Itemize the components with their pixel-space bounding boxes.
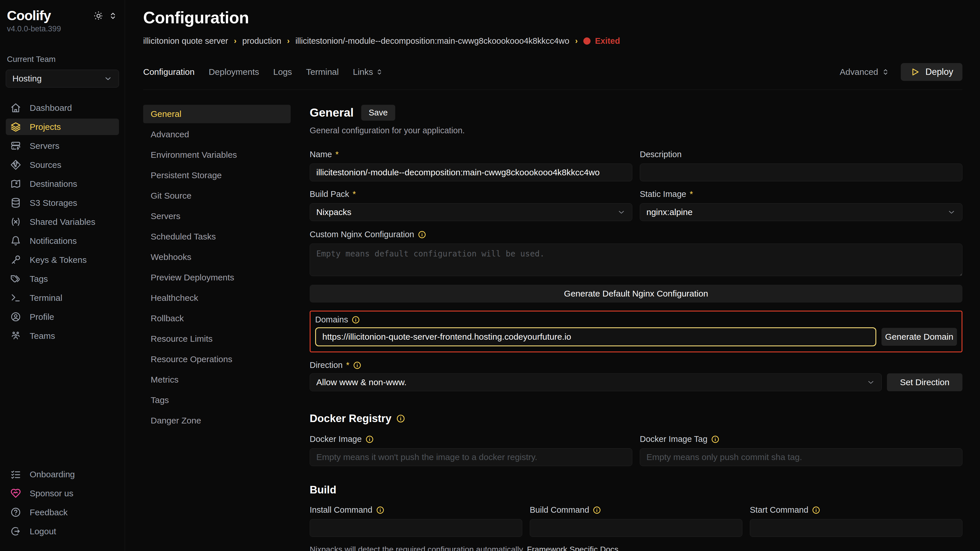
section-description: General configuration for your applicati… [310, 126, 963, 135]
users-icon [10, 330, 21, 341]
general-form: General Save General configuration for y… [310, 105, 963, 551]
info-icon [376, 506, 385, 514]
subnav-item-servers[interactable]: Servers [143, 207, 291, 225]
docker-image-tag-label: Docker Image Tag [640, 434, 963, 444]
domains-input[interactable] [315, 327, 876, 346]
subnav-item-general[interactable]: General [143, 105, 291, 123]
subnav-item-tags[interactable]: Tags [143, 391, 291, 410]
custom-nginx-textarea[interactable] [310, 243, 963, 276]
save-button[interactable]: Save [361, 105, 395, 121]
subnav-item-webhooks[interactable]: Webhooks [143, 248, 291, 266]
subnav-item-healthcheck[interactable]: Healthcheck [143, 289, 291, 307]
checklist-icon [10, 469, 21, 480]
sidebar-item-sources[interactable]: Sources [6, 157, 119, 173]
info-icon [396, 414, 405, 423]
sidebar-item-logout[interactable]: Logout [6, 523, 119, 540]
team-select[interactable]: Hosting [6, 70, 119, 87]
sidebar-item-feedback[interactable]: Feedback [6, 504, 119, 521]
sidebar-item-onboarding[interactable]: Onboarding [6, 466, 119, 483]
generate-domain-button[interactable]: Generate Domain [881, 328, 957, 346]
git-branch-icon [10, 159, 21, 170]
description-label: Description [640, 150, 963, 159]
home-icon [10, 103, 21, 113]
sidebar-item-destinations[interactable]: Destinations [6, 176, 119, 192]
sidebar-item-sponsor-us[interactable]: Sponsor us [6, 485, 119, 502]
servers-icon [10, 140, 21, 151]
sidebar-item-teams[interactable]: Teams [6, 328, 119, 344]
tab-configuration[interactable]: Configuration [143, 67, 194, 77]
tab-deployments[interactable]: Deployments [208, 67, 259, 77]
page-title: Configuration [143, 8, 963, 27]
sidebar-item-servers[interactable]: Servers [6, 138, 119, 154]
sidebar-item-s3-storages[interactable]: S3 Storages [6, 195, 119, 211]
sidebar-item-projects[interactable]: Projects [6, 119, 119, 135]
subnav-item-rollback[interactable]: Rollback [143, 309, 291, 328]
domains-label: Domains [315, 315, 957, 324]
breadcrumb-separator-icon: › [575, 37, 578, 46]
sidebar-collapse-icon[interactable] [108, 11, 118, 22]
sidebar-item-keys-tokens[interactable]: Keys & Tokens [6, 252, 119, 268]
theme-toggle-sun-icon[interactable] [94, 11, 103, 22]
status-text: Exited [595, 36, 620, 46]
map-icon [10, 178, 21, 189]
bell-icon [10, 235, 21, 246]
subnav-item-resource-limits[interactable]: Resource Limits [143, 330, 291, 348]
tab-terminal[interactable]: Terminal [306, 67, 339, 77]
info-icon [593, 506, 601, 514]
info-icon [352, 316, 360, 324]
sidebar-item-shared-variables[interactable]: Shared Variables [6, 214, 119, 230]
tab-logs[interactable]: Logs [274, 67, 292, 77]
docker-image-tag-input[interactable] [640, 448, 963, 466]
section-title: General [310, 106, 354, 119]
sidebar-item-dashboard[interactable]: Dashboard [6, 100, 119, 116]
static-image-select[interactable]: nginx:alpine [640, 203, 963, 221]
generate-nginx-button[interactable]: Generate Default Nginx Configuration [310, 285, 963, 303]
build-command-input[interactable] [530, 519, 742, 537]
chevron-down-icon [104, 74, 112, 83]
sidebar-item-tags[interactable]: Tags [6, 271, 119, 287]
tab-links[interactable]: Links [353, 67, 383, 77]
tags-icon [10, 273, 21, 284]
docker-registry-heading: Docker Registry [310, 413, 963, 425]
subnav-item-advanced[interactable]: Advanced [143, 125, 291, 144]
docker-image-input[interactable] [310, 448, 632, 466]
subnav-item-danger-zone[interactable]: Danger Zone [143, 411, 291, 430]
build-pack-label: Build Pack* [310, 189, 632, 199]
subnav-item-resource-operations[interactable]: Resource Operations [143, 350, 291, 368]
heart-icon [10, 488, 21, 499]
start-command-input[interactable] [750, 519, 963, 537]
sidebar-item-terminal[interactable]: Terminal [6, 290, 119, 306]
breadcrumb-item[interactable]: production [242, 36, 281, 46]
name-input[interactable] [310, 164, 632, 181]
subnav-item-environment-variables[interactable]: Environment Variables [143, 146, 291, 164]
framework-docs-link[interactable]: Framework Specific Docs [527, 545, 618, 551]
subnav-item-metrics[interactable]: Metrics [143, 370, 291, 389]
breadcrumb-separator-icon: › [287, 37, 290, 46]
description-input[interactable] [640, 164, 963, 181]
info-icon [711, 435, 719, 444]
install-command-input[interactable] [310, 519, 522, 537]
advanced-toggle[interactable]: Advanced [840, 67, 889, 77]
sidebar-footer-nav: Onboarding Sponsor us Feedback Logout [6, 466, 119, 540]
layers-icon [10, 121, 21, 132]
deploy-button[interactable]: Deploy [901, 63, 963, 81]
logout-icon [10, 526, 21, 537]
subnav-item-persistent-storage[interactable]: Persistent Storage [143, 166, 291, 184]
build-pack-select[interactable]: Nixpacks [310, 203, 632, 221]
breadcrumb-item[interactable]: illicitestonion/-module--decomposition:m… [295, 36, 569, 46]
key-icon [10, 254, 21, 265]
subnav-item-git-source[interactable]: Git Source [143, 187, 291, 205]
set-direction-button[interactable]: Set Direction [887, 373, 963, 391]
sidebar-item-profile[interactable]: Profile [6, 309, 119, 325]
chevron-down-icon [947, 208, 956, 216]
sidebar-nav: Dashboard Projects Servers Sources Desti… [6, 100, 119, 344]
direction-select[interactable]: Allow www & non-www. [310, 373, 882, 391]
breadcrumb-item[interactable]: illicitonion quote server [143, 36, 228, 46]
info-icon [365, 435, 374, 444]
info-icon [418, 230, 426, 239]
subnav-item-scheduled-tasks[interactable]: Scheduled Tasks [143, 227, 291, 246]
chevrons-up-down-icon [881, 68, 890, 76]
subnav-item-preview-deployments[interactable]: Preview Deployments [143, 268, 291, 287]
install-command-label: Install Command [310, 505, 522, 515]
sidebar-item-notifications[interactable]: Notifications [6, 233, 119, 249]
